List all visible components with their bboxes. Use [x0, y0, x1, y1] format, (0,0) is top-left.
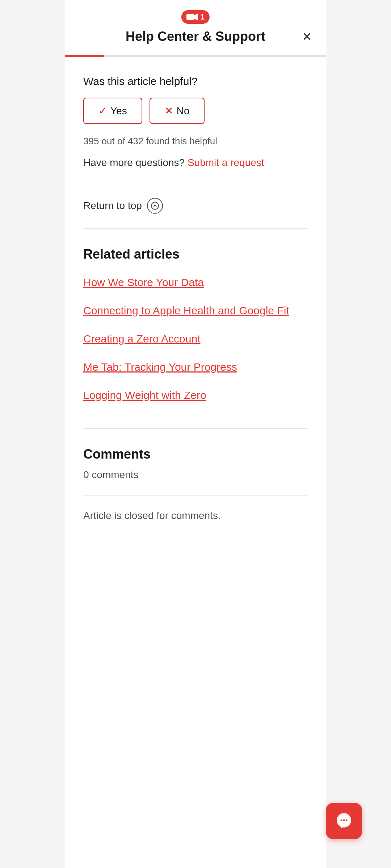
x-icon: ✕ — [165, 105, 173, 117]
related-article-link-5[interactable]: Logging Weight with Zero — [83, 389, 206, 401]
more-questions: Have more questions? Submit a request — [83, 157, 308, 169]
return-top-section[interactable]: Return to top — [65, 183, 326, 228]
related-article-link-3[interactable]: Creating a Zero Account — [83, 333, 201, 345]
list-item: Me Tab: Tracking Your Progress — [83, 361, 308, 373]
related-articles-title: Related articles — [83, 247, 308, 262]
close-icon: × — [302, 28, 311, 45]
related-article-link-4[interactable]: Me Tab: Tracking Your Progress — [83, 361, 237, 373]
notification-badge: 1 — [181, 10, 210, 24]
helpful-question: Was this article helpful? — [83, 75, 308, 88]
svg-rect-0 — [186, 14, 194, 20]
camera-icon — [186, 13, 198, 21]
no-button[interactable]: ✕ No — [150, 98, 205, 124]
list-item: Logging Weight with Zero — [83, 389, 308, 401]
helpful-stats: 395 out of 432 found this helpful — [83, 136, 308, 147]
notification-count: 1 — [200, 12, 205, 22]
more-questions-text: Have more questions? — [83, 157, 185, 168]
comments-section: Comments 0 comments Article is closed fo… — [65, 429, 326, 543]
arrow-up-icon — [151, 202, 159, 210]
related-article-link-1[interactable]: How We Store Your Data — [83, 276, 204, 288]
no-label: No — [177, 105, 190, 117]
comments-count: 0 comments — [83, 469, 308, 481]
helpful-buttons: ✓ Yes ✕ No — [83, 98, 308, 124]
phone-container: 1 Help Center & Support × Was this artic… — [65, 0, 326, 868]
comments-title: Comments — [83, 447, 308, 462]
close-button[interactable]: × — [302, 29, 311, 44]
return-top-text: Return to top — [83, 200, 142, 212]
comments-closed-message: Article is closed for comments. — [83, 495, 308, 522]
submit-request-link[interactable]: Submit a request — [188, 157, 264, 168]
yes-button[interactable]: ✓ Yes — [83, 98, 142, 124]
list-item: Creating a Zero Account — [83, 333, 308, 345]
list-item: How We Store Your Data — [83, 276, 308, 289]
related-section: Related articles How We Store Your Data … — [65, 229, 326, 428]
yes-label: Yes — [110, 105, 127, 117]
list-item: Connecting to Apple Health and Google Fi… — [83, 305, 308, 317]
related-articles-list: How We Store Your Data Connecting to App… — [83, 276, 308, 401]
main-content: Was this article helpful? ✓ Yes ✕ No 395… — [65, 57, 326, 183]
return-top-icon — [147, 198, 163, 214]
helpful-section: Was this article helpful? ✓ Yes ✕ No 395… — [83, 75, 308, 183]
svg-marker-1 — [194, 13, 198, 21]
header: Help Center & Support × — [65, 0, 326, 55]
related-article-link-2[interactable]: Connecting to Apple Health and Google Fi… — [83, 305, 289, 316]
check-icon: ✓ — [98, 105, 107, 117]
header-title: Help Center & Support — [126, 29, 265, 44]
